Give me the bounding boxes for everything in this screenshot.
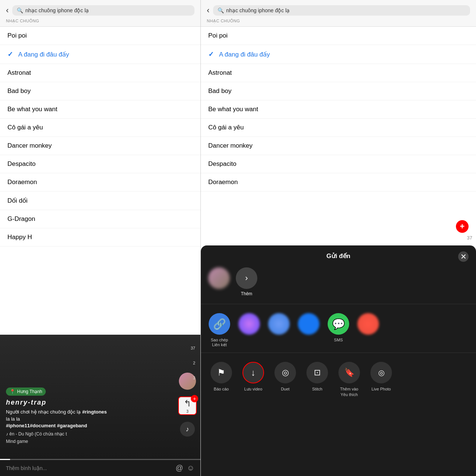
action-item-favorite[interactable]: 🔖 Thêm vàoYêu thích [336, 362, 362, 397]
app-item-blurred-2[interactable] [268, 313, 290, 338]
ringtone-name: Despacito [7, 160, 193, 168]
copy-link-label: Sao chépLiên kết [211, 338, 228, 347]
check-icon: ✓ [208, 50, 214, 58]
list-item[interactable]: ✓ A đang đi đâu đấy [201, 45, 476, 64]
list-item[interactable]: ✓ A đang đi đâu đấy [0, 45, 200, 64]
ringtone-name: Cô gái a yêu [208, 124, 469, 131]
right-back-button[interactable]: ‹ [207, 6, 209, 15]
left-search-icon: 🔍 [17, 7, 23, 13]
list-item[interactable]: Astronat [0, 64, 200, 82]
list-item[interactable]: Be what you want [0, 100, 200, 119]
ringtone-name: Cô gái a yêu [7, 124, 193, 131]
live-photo-icon-bg: ◎ [370, 362, 392, 383]
sheet-header: Gửi đến ✕ [201, 245, 476, 264]
sheet-divider-2 [201, 353, 476, 353]
ringtone-name: Bad boy [7, 87, 193, 95]
add-button[interactable]: + [456, 220, 469, 233]
list-item[interactable]: G-Dragon [0, 210, 200, 228]
list-item[interactable]: Doraemon [0, 173, 200, 192]
comment-bar: Thêm bình luận... @ ☺ [0, 460, 200, 476]
video-text-overlay: 📍 Hưng Thạnh henry-trap Người chơi hệ nh… [6, 387, 178, 444]
share-bottom-sheet: Gửi đến ✕ › Thêm 🔗 [201, 245, 476, 476]
list-item[interactable]: Dancer monkey [0, 137, 200, 155]
list-item[interactable]: Bad boy [201, 82, 476, 100]
list-item[interactable]: Cô gái a yêu [201, 119, 476, 137]
app-item-sms[interactable]: 💬 SMS [327, 313, 350, 342]
right-action-buttons: ↰ 3 + ♪ [178, 373, 197, 437]
video-background: 📍 Hưng Thạnh henry-trap Người chơi hệ nh… [0, 335, 200, 459]
left-search-bar[interactable]: 🔍 nhạc chuông iphone độc lạ [12, 5, 194, 16]
music-button[interactable]: ♪ [180, 422, 195, 437]
check-icon: ✓ [7, 50, 13, 58]
video-caption: Người chơi hệ nhạc chuông độc lạ #ringto… [6, 409, 178, 429]
list-item[interactable]: Dancer monkey [201, 137, 476, 155]
list-item[interactable]: Despacito [201, 155, 476, 173]
right-header: ‹ 🔍 nhạc chuông iphone độc lạ NHẠC CHUÔN… [201, 0, 476, 27]
right-panel: ‹ 🔍 nhạc chuông iphone độc lạ NHẠC CHUÔN… [201, 0, 476, 476]
left-search-text: nhạc chuông iphone độc lạ [25, 7, 89, 13]
more-contacts-button[interactable]: › [236, 267, 257, 289]
list-item[interactable]: Poi poi [0, 27, 200, 45]
more-contacts-label: Thêm [241, 291, 253, 296]
app-item-blurred-3[interactable] [298, 313, 320, 338]
location-badge: 📍 Hưng Thạnh [6, 387, 46, 396]
list-item[interactable]: Happy H [0, 228, 200, 247]
flag-icon: ⚑ [217, 367, 225, 378]
contact-item[interactable] [208, 267, 230, 291]
duet-icon-bg: ◎ [274, 362, 296, 383]
list-item[interactable]: Poi poi [201, 27, 476, 45]
stitch-icon: ⊡ [314, 368, 321, 377]
save-video-label: Lưu video [244, 386, 263, 392]
at-icon[interactable]: @ [176, 464, 183, 472]
list-item[interactable]: Astronat [201, 64, 476, 82]
chain-icon: 🔗 [213, 318, 226, 330]
action-item-stitch[interactable]: ⊡ Stitch [304, 362, 330, 392]
list-item[interactable]: Despacito [0, 155, 200, 173]
sms-icon: 💬 [332, 318, 345, 330]
app-icon-blurred-2 [268, 313, 290, 335]
share-button[interactable]: ↰ 3 + [178, 396, 197, 415]
action-item-save-video[interactable]: ↓ Lưu video [240, 362, 266, 392]
left-section-label: NHẠC CHUÔNG [6, 17, 194, 24]
ringtone-name: Despacito [208, 160, 469, 168]
list-item[interactable]: Be what you want [201, 100, 476, 119]
ringtone-name: Poi poi [7, 32, 193, 39]
sheet-close-button[interactable]: ✕ [458, 251, 469, 262]
favorite-icon-bg: 🔖 [338, 362, 360, 383]
download-icon: ↓ [251, 367, 255, 378]
left-video-overlay: 📍 Hưng Thạnh henry-trap Người chơi hệ nh… [0, 335, 200, 476]
ringtone-name: Astronat [208, 69, 469, 77]
sms-icon-bg: 💬 [328, 313, 349, 335]
comment-placeholder[interactable]: Thêm bình luận... [6, 465, 172, 471]
app-item-blurred-1[interactable] [238, 313, 260, 338]
bookmark-icon: 🔖 [344, 368, 354, 377]
app-item-blurred-4[interactable] [357, 313, 379, 338]
save-video-icon-bg: ↓ [242, 362, 264, 383]
action-item-duet[interactable]: ◎ Duet [272, 362, 298, 392]
right-search-text: nhạc chuông iphone độc lạ [226, 7, 290, 13]
share-count: 3 [186, 409, 189, 414]
action-item-report[interactable]: ⚑ Báo cáo [208, 362, 234, 392]
view-count-37: 37 [191, 346, 195, 350]
ringtone-name: A đang đi đâu đấy [18, 51, 193, 58]
list-item[interactable]: Dối dối [0, 192, 200, 210]
left-back-button[interactable]: ‹ [6, 6, 9, 15]
view-count-2: 2 [193, 361, 195, 365]
list-item[interactable]: Cô gái a yêu [0, 119, 200, 137]
creator-avatar[interactable] [179, 373, 196, 390]
song-name: Mind game [6, 439, 178, 444]
app-item-copy-link[interactable]: 🔗 Sao chépLiên kết [208, 313, 231, 347]
list-item[interactable]: Doraemon [201, 173, 476, 192]
ringtone-name: Happy H [7, 234, 193, 241]
emoji-icon[interactable]: ☺ [187, 464, 194, 472]
location-name: Hưng Thạnh [17, 389, 42, 394]
apps-row: 🔗 Sao chépLiên kết 💬 [201, 308, 476, 353]
list-item[interactable]: Bad boy [0, 82, 200, 100]
music-info: ♪ ên - Du Ngô (Có chứa nhạc t [6, 431, 178, 437]
ringtone-name: Dối dối [7, 197, 193, 205]
ringtone-name: Dancer monkey [208, 142, 469, 149]
contact-more-item[interactable]: › Thêm [236, 267, 257, 296]
right-search-bar[interactable]: 🔍 nhạc chuông iphone độc lạ [213, 5, 470, 16]
ringtone-name: Bad boy [208, 87, 469, 95]
action-item-live-photo[interactable]: ◎ Live Photo [368, 362, 394, 392]
